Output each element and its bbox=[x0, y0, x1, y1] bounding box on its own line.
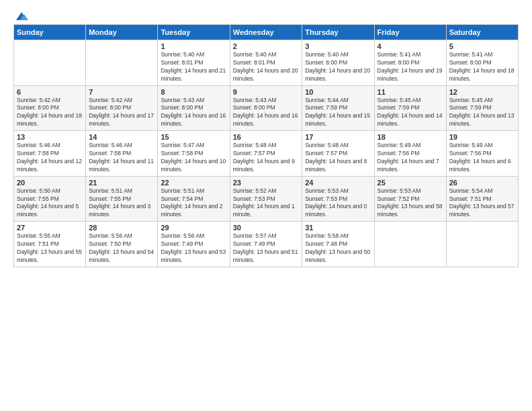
day-info: Sunrise: 5:56 AM Sunset: 7:50 PM Dayligh… bbox=[89, 232, 154, 265]
calendar-cell: 22Sunrise: 5:51 AM Sunset: 7:54 PM Dayli… bbox=[158, 176, 230, 222]
calendar-cell: 15Sunrise: 5:47 AM Sunset: 7:58 PM Dayli… bbox=[158, 131, 230, 177]
day-info: Sunrise: 5:44 AM Sunset: 7:59 PM Dayligh… bbox=[305, 97, 371, 129]
day-info: Sunrise: 5:45 AM Sunset: 7:59 PM Dayligh… bbox=[378, 97, 443, 129]
day-info: Sunrise: 5:48 AM Sunset: 7:57 PM Dayligh… bbox=[233, 142, 299, 174]
day-number: 17 bbox=[305, 133, 371, 141]
weekday-header: Tuesday bbox=[158, 25, 230, 40]
page: SundayMondayTuesdayWednesdayThursdayFrid… bbox=[0, 0, 532, 411]
day-info: Sunrise: 5:46 AM Sunset: 7:58 PM Dayligh… bbox=[89, 142, 154, 174]
day-info: Sunrise: 5:45 AM Sunset: 7:59 PM Dayligh… bbox=[449, 97, 515, 129]
calendar-cell: 29Sunrise: 5:56 AM Sunset: 7:49 PM Dayli… bbox=[158, 222, 230, 267]
calendar-cell: 21Sunrise: 5:51 AM Sunset: 7:55 PM Dayli… bbox=[86, 176, 158, 222]
weekday-header: Monday bbox=[86, 25, 158, 40]
day-number: 30 bbox=[233, 224, 299, 232]
calendar-week-row: 13Sunrise: 5:46 AM Sunset: 7:58 PM Dayli… bbox=[14, 131, 519, 177]
weekday-header-row: SundayMondayTuesdayWednesdayThursdayFrid… bbox=[14, 25, 519, 40]
day-number: 26 bbox=[449, 179, 515, 187]
calendar-cell: 10Sunrise: 5:44 AM Sunset: 7:59 PM Dayli… bbox=[302, 85, 374, 131]
day-info: Sunrise: 5:51 AM Sunset: 7:55 PM Dayligh… bbox=[89, 187, 154, 220]
calendar-cell: 24Sunrise: 5:53 AM Sunset: 7:53 PM Dayli… bbox=[302, 176, 374, 222]
calendar-cell: 14Sunrise: 5:46 AM Sunset: 7:58 PM Dayli… bbox=[86, 131, 158, 177]
day-info: Sunrise: 5:40 AM Sunset: 8:00 PM Dayligh… bbox=[305, 51, 371, 83]
calendar-cell: 6Sunrise: 5:42 AM Sunset: 8:00 PM Daylig… bbox=[14, 85, 86, 131]
day-info: Sunrise: 5:40 AM Sunset: 8:01 PM Dayligh… bbox=[161, 51, 226, 83]
day-number: 27 bbox=[17, 224, 83, 232]
calendar-cell: 1Sunrise: 5:40 AM Sunset: 8:01 PM Daylig… bbox=[158, 40, 230, 86]
day-info: Sunrise: 5:48 AM Sunset: 7:57 PM Dayligh… bbox=[305, 142, 371, 174]
calendar-week-row: 20Sunrise: 5:50 AM Sunset: 7:55 PM Dayli… bbox=[14, 176, 519, 222]
day-info: Sunrise: 5:41 AM Sunset: 8:00 PM Dayligh… bbox=[378, 51, 443, 83]
calendar-cell: 9Sunrise: 5:43 AM Sunset: 8:00 PM Daylig… bbox=[230, 85, 302, 131]
day-info: Sunrise: 5:49 AM Sunset: 7:56 PM Dayligh… bbox=[449, 142, 515, 174]
day-info: Sunrise: 5:46 AM Sunset: 7:58 PM Dayligh… bbox=[17, 142, 83, 174]
calendar-week-row: 1Sunrise: 5:40 AM Sunset: 8:01 PM Daylig… bbox=[14, 40, 519, 86]
day-number: 16 bbox=[233, 133, 299, 141]
day-info: Sunrise: 5:43 AM Sunset: 8:00 PM Dayligh… bbox=[161, 97, 226, 129]
weekday-header: Friday bbox=[374, 25, 446, 40]
day-number: 10 bbox=[305, 88, 371, 96]
calendar-cell: 25Sunrise: 5:53 AM Sunset: 7:52 PM Dayli… bbox=[374, 176, 446, 222]
day-number: 23 bbox=[233, 179, 299, 187]
calendar: SundayMondayTuesdayWednesdayThursdayFrid… bbox=[13, 24, 519, 267]
calendar-cell: 3Sunrise: 5:40 AM Sunset: 8:00 PM Daylig… bbox=[302, 40, 374, 86]
day-number: 6 bbox=[17, 88, 83, 96]
day-info: Sunrise: 5:58 AM Sunset: 7:48 PM Dayligh… bbox=[305, 232, 371, 265]
calendar-cell: 4Sunrise: 5:41 AM Sunset: 8:00 PM Daylig… bbox=[374, 40, 446, 86]
day-info: Sunrise: 5:53 AM Sunset: 7:53 PM Dayligh… bbox=[305, 187, 371, 220]
day-number: 11 bbox=[378, 88, 443, 96]
calendar-cell: 30Sunrise: 5:57 AM Sunset: 7:49 PM Dayli… bbox=[230, 222, 302, 267]
calendar-cell: 17Sunrise: 5:48 AM Sunset: 7:57 PM Dayli… bbox=[302, 131, 374, 177]
calendar-cell: 31Sunrise: 5:58 AM Sunset: 7:48 PM Dayli… bbox=[302, 222, 374, 267]
calendar-cell: 11Sunrise: 5:45 AM Sunset: 7:59 PM Dayli… bbox=[374, 85, 446, 131]
calendar-cell: 20Sunrise: 5:50 AM Sunset: 7:55 PM Dayli… bbox=[14, 176, 86, 222]
calendar-week-row: 27Sunrise: 5:55 AM Sunset: 7:51 PM Dayli… bbox=[14, 222, 519, 267]
calendar-cell: 8Sunrise: 5:43 AM Sunset: 8:00 PM Daylig… bbox=[158, 85, 230, 131]
calendar-cell: 18Sunrise: 5:49 AM Sunset: 7:56 PM Dayli… bbox=[374, 131, 446, 177]
calendar-cell: 28Sunrise: 5:56 AM Sunset: 7:50 PM Dayli… bbox=[86, 222, 158, 267]
calendar-cell bbox=[86, 40, 158, 86]
day-number: 31 bbox=[305, 224, 371, 232]
header bbox=[13, 11, 519, 19]
calendar-cell: 19Sunrise: 5:49 AM Sunset: 7:56 PM Dayli… bbox=[446, 131, 518, 177]
calendar-cell: 23Sunrise: 5:52 AM Sunset: 7:53 PM Dayli… bbox=[230, 176, 302, 222]
logo-icon bbox=[15, 11, 28, 21]
calendar-week-row: 6Sunrise: 5:42 AM Sunset: 8:00 PM Daylig… bbox=[14, 85, 519, 131]
day-info: Sunrise: 5:43 AM Sunset: 8:00 PM Dayligh… bbox=[233, 97, 299, 129]
calendar-cell: 27Sunrise: 5:55 AM Sunset: 7:51 PM Dayli… bbox=[14, 222, 86, 267]
day-number: 12 bbox=[449, 88, 515, 96]
logo bbox=[13, 11, 28, 19]
calendar-cell: 7Sunrise: 5:42 AM Sunset: 8:00 PM Daylig… bbox=[86, 85, 158, 131]
day-info: Sunrise: 5:53 AM Sunset: 7:52 PM Dayligh… bbox=[378, 187, 443, 220]
day-info: Sunrise: 5:42 AM Sunset: 8:00 PM Dayligh… bbox=[17, 97, 83, 129]
calendar-cell: 26Sunrise: 5:54 AM Sunset: 7:51 PM Dayli… bbox=[446, 176, 518, 222]
day-number: 14 bbox=[89, 133, 154, 141]
day-number: 3 bbox=[305, 42, 371, 50]
weekday-header: Saturday bbox=[446, 25, 518, 40]
day-info: Sunrise: 5:55 AM Sunset: 7:51 PM Dayligh… bbox=[17, 232, 83, 265]
day-number: 22 bbox=[161, 179, 226, 187]
day-number: 28 bbox=[89, 224, 154, 232]
day-info: Sunrise: 5:41 AM Sunset: 8:00 PM Dayligh… bbox=[449, 51, 515, 83]
day-info: Sunrise: 5:52 AM Sunset: 7:53 PM Dayligh… bbox=[233, 187, 299, 220]
calendar-cell: 13Sunrise: 5:46 AM Sunset: 7:58 PM Dayli… bbox=[14, 131, 86, 177]
day-number: 5 bbox=[449, 42, 515, 50]
day-number: 7 bbox=[89, 88, 154, 96]
day-number: 25 bbox=[378, 179, 443, 187]
day-number: 1 bbox=[161, 42, 226, 50]
day-info: Sunrise: 5:40 AM Sunset: 8:01 PM Dayligh… bbox=[233, 51, 299, 83]
day-number: 21 bbox=[89, 179, 154, 187]
day-info: Sunrise: 5:47 AM Sunset: 7:58 PM Dayligh… bbox=[161, 142, 226, 174]
day-number: 8 bbox=[161, 88, 226, 96]
day-number: 18 bbox=[378, 133, 443, 141]
day-number: 20 bbox=[17, 179, 83, 187]
calendar-cell: 5Sunrise: 5:41 AM Sunset: 8:00 PM Daylig… bbox=[446, 40, 518, 86]
day-number: 24 bbox=[305, 179, 371, 187]
weekday-header: Thursday bbox=[302, 25, 374, 40]
day-number: 29 bbox=[161, 224, 226, 232]
day-info: Sunrise: 5:54 AM Sunset: 7:51 PM Dayligh… bbox=[449, 187, 515, 220]
day-info: Sunrise: 5:50 AM Sunset: 7:55 PM Dayligh… bbox=[17, 187, 83, 220]
calendar-cell: 16Sunrise: 5:48 AM Sunset: 7:57 PM Dayli… bbox=[230, 131, 302, 177]
day-number: 19 bbox=[449, 133, 515, 141]
day-info: Sunrise: 5:49 AM Sunset: 7:56 PM Dayligh… bbox=[378, 142, 443, 174]
day-info: Sunrise: 5:57 AM Sunset: 7:49 PM Dayligh… bbox=[233, 232, 299, 265]
